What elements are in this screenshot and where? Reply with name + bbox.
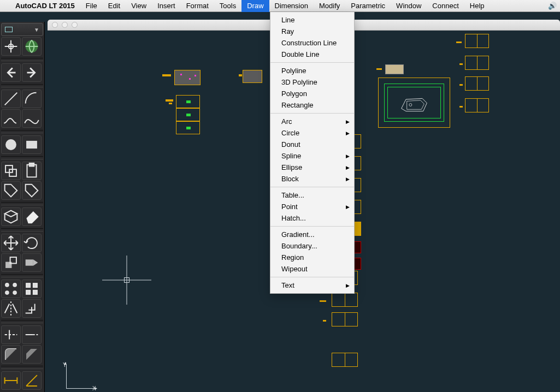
dd-boundary[interactable]: Boundary... — [270, 240, 354, 252]
dd-separator — [270, 187, 354, 187]
tool-separator — [1, 156, 43, 159]
tool-separator — [1, 228, 43, 231]
minimize-window-icon[interactable] — [62, 22, 68, 28]
tool-snap-center[interactable] — [1, 37, 21, 56]
tool-dim-angular[interactable] — [22, 371, 42, 390]
tool-stretch[interactable] — [22, 253, 42, 272]
tool-extend[interactable] — [22, 325, 42, 344]
tool-line[interactable] — [1, 90, 21, 108]
dd-polygon[interactable]: Polygon — [270, 88, 354, 99]
tool-tag[interactable] — [1, 181, 21, 200]
tool-erase[interactable] — [22, 207, 42, 226]
tool-header[interactable]: ▼ — [1, 23, 43, 36]
menu-dimension[interactable]: Dimension — [269, 0, 314, 12]
canvas-thumb — [465, 56, 489, 70]
tool-redo[interactable] — [22, 63, 42, 82]
tool-block[interactable] — [1, 207, 21, 226]
tool-rectangle[interactable] — [22, 135, 42, 154]
tool-undo[interactable] — [1, 63, 21, 82]
tool-copy[interactable] — [1, 162, 21, 180]
menu-edit[interactable]: Edit — [103, 0, 126, 12]
canvas-mark — [459, 84, 463, 86]
tool-edit-tag[interactable] — [22, 181, 42, 200]
svg-rect-3 — [26, 141, 37, 149]
canvas-mark — [376, 68, 382, 70]
canvas-thumb — [176, 121, 200, 134]
dd-text[interactable]: Text — [270, 280, 354, 291]
menu-draw[interactable]: Draw — [241, 0, 269, 12]
tool-separator — [1, 58, 43, 61]
tool-mirror[interactable] — [1, 299, 21, 318]
dd-table[interactable]: Table... — [270, 189, 354, 201]
menu-help[interactable]: Help — [464, 0, 490, 12]
tool-offset[interactable] — [22, 299, 42, 318]
left-toolbox: ▼ — [0, 22, 45, 392]
menu-modify[interactable]: Modify — [314, 0, 345, 12]
menu-window[interactable]: Window — [391, 0, 427, 12]
canvas-thumb — [353, 178, 361, 192]
dd-polyline[interactable]: Polyline — [270, 65, 354, 76]
canvas-mark — [166, 99, 173, 102]
dd-point[interactable]: Point — [270, 201, 354, 212]
dd-separator — [270, 113, 354, 114]
tool-separator — [1, 366, 43, 369]
dd-region[interactable]: Region — [270, 252, 354, 263]
tool-grid-array[interactable] — [22, 280, 42, 298]
tool-move[interactable] — [1, 234, 21, 252]
tool-separator — [1, 130, 43, 133]
tool-scale[interactable] — [1, 253, 21, 272]
tool-globe[interactable] — [22, 37, 42, 56]
menu-format[interactable]: Format — [181, 0, 214, 12]
dd-gradient[interactable]: Gradient... — [270, 229, 354, 240]
canvas-thumb — [243, 70, 262, 83]
dd-ellipse[interactable]: Ellipse — [270, 162, 354, 173]
dd-construction-line[interactable]: Construction Line — [270, 37, 354, 49]
dd-block[interactable]: Block — [270, 173, 354, 185]
canvas-thumb — [176, 95, 200, 108]
dd-double-line[interactable]: Double Line — [270, 49, 354, 60]
canvas-siteplan-thumb — [378, 78, 450, 128]
dd-hatch[interactable]: Hatch... — [270, 212, 354, 224]
canvas-mark — [459, 106, 463, 108]
app-name[interactable]: AutoCAD LT 2015 — [10, 2, 80, 10]
tool-arc[interactable] — [22, 90, 42, 108]
svg-rect-10 — [26, 259, 33, 265]
dd-3d-polyline[interactable]: 3D Polyline — [270, 76, 354, 88]
dd-ray[interactable]: Ray — [270, 26, 354, 37]
canvas-mark — [323, 320, 326, 322]
tool-array[interactable] — [1, 280, 21, 298]
canvas-thumb — [353, 258, 361, 270]
menu-connect[interactable]: Connect — [427, 0, 464, 12]
canvas-thumb — [176, 108, 200, 121]
dd-arc[interactable]: Arc — [270, 116, 354, 127]
dd-spline[interactable]: Spline — [270, 150, 354, 162]
tool-trim[interactable] — [1, 325, 21, 344]
tool-separator — [1, 84, 43, 87]
menu-tools[interactable]: Tools — [214, 0, 241, 12]
dd-donut[interactable]: Donut — [270, 139, 354, 150]
tool-fillet[interactable] — [1, 345, 21, 364]
tool-separator — [1, 320, 43, 323]
tool-circle[interactable] — [1, 135, 21, 154]
tool-dim-linear[interactable] — [1, 371, 21, 390]
menu-file[interactable]: File — [80, 0, 103, 12]
menu-view[interactable]: View — [126, 0, 152, 12]
menu-parametric[interactable]: Parametric — [345, 0, 391, 12]
dd-circle[interactable]: Circle — [270, 127, 354, 139]
close-window-icon[interactable] — [52, 22, 58, 28]
dd-line[interactable]: Line — [270, 14, 354, 26]
tool-spline[interactable] — [22, 109, 42, 128]
menu-insert[interactable]: Insert — [152, 0, 181, 12]
tool-polyline[interactable] — [1, 109, 21, 128]
canvas-thumb — [174, 70, 201, 85]
tool-rotate[interactable] — [22, 234, 42, 252]
zoom-window-icon[interactable] — [72, 22, 78, 28]
dd-wipeout[interactable]: Wipeout — [270, 263, 354, 275]
speaker-icon[interactable]: 🔊 — [548, 2, 557, 10]
dd-separator — [270, 226, 354, 227]
tool-chamfer[interactable] — [22, 345, 42, 364]
canvas-thumb — [353, 134, 361, 149]
canvas-thumb — [353, 222, 361, 236]
dd-rectangle[interactable]: Rectangle — [270, 99, 354, 111]
tool-paste[interactable] — [22, 162, 42, 180]
